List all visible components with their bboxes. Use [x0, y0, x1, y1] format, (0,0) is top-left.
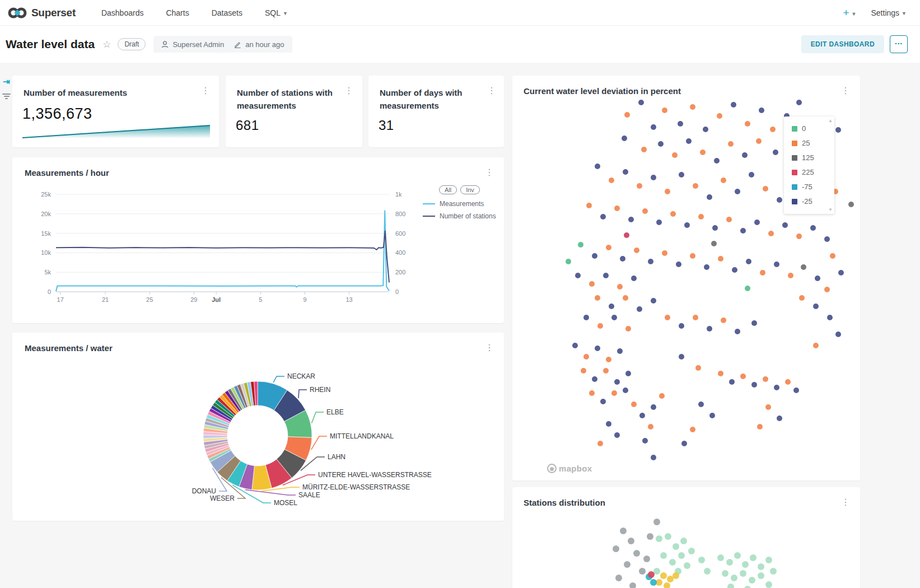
map-point	[581, 368, 586, 374]
legend-entry[interactable]: Measurements	[423, 200, 496, 208]
map-point	[770, 127, 776, 132]
map-legend-item[interactable]: 0	[792, 124, 831, 133]
map-point	[796, 100, 802, 105]
expand-filter-bar-icon[interactable]: ⇥	[3, 77, 10, 87]
nav-item-charts[interactable]: Charts	[155, 8, 200, 17]
map-point	[760, 270, 765, 276]
map-point	[648, 424, 653, 430]
map-point	[575, 273, 581, 278]
map-point	[566, 259, 571, 264]
top-navbar: Superset Dashboards Charts Datasets SQL▼…	[0, 0, 920, 26]
map-point	[595, 346, 600, 351]
settings-menu[interactable]: Settings▼	[871, 8, 907, 17]
svg-text:29: 29	[190, 296, 197, 303]
map-point	[623, 169, 628, 175]
map-legend-item[interactable]: -75	[792, 183, 831, 191]
kpi-value: 31	[368, 112, 504, 133]
map-point	[711, 241, 717, 246]
map-point	[583, 315, 589, 320]
map-point	[595, 295, 600, 301]
superset-logo[interactable]: Superset	[0, 7, 90, 19]
map-point	[665, 533, 671, 540]
map-legend-item[interactable]: 125	[792, 153, 831, 162]
kpi-card-measurements: Number of measurements ⋮ 1,356,673	[12, 76, 219, 147]
map-point	[620, 256, 625, 262]
map-point	[669, 559, 676, 566]
map-point	[830, 253, 835, 259]
map-point	[651, 455, 656, 460]
draft-status-badge: Draft	[118, 38, 146, 50]
pencil-icon	[234, 41, 241, 48]
map-point	[667, 576, 674, 582]
nav-item-datasets[interactable]: Datasets	[200, 8, 254, 17]
map-point	[673, 572, 679, 579]
nav-item-sql[interactable]: SQL▼	[254, 8, 299, 17]
map-point	[838, 270, 844, 276]
svg-text:10k: 10k	[41, 249, 51, 256]
edit-dashboard-button[interactable]: EDIT DASHBOARD	[801, 35, 884, 53]
nav-item-dashboards[interactable]: Dashboards	[90, 8, 155, 17]
legend-color-swatch	[792, 155, 797, 161]
map-point	[751, 382, 757, 388]
map-point	[614, 432, 620, 438]
map-point	[698, 402, 704, 407]
map-point	[572, 343, 578, 348]
svg-text:600: 600	[395, 230, 405, 237]
map-point	[813, 343, 819, 348]
svg-text:200: 200	[395, 269, 405, 276]
map-point	[624, 232, 629, 238]
kebab-menu-icon[interactable]: ⋮	[344, 87, 353, 95]
map-point	[653, 519, 660, 525]
map-point	[673, 543, 679, 550]
map-point	[750, 554, 756, 561]
map-point	[703, 127, 708, 132]
svg-text:9: 9	[303, 296, 306, 303]
map-point	[597, 323, 603, 329]
map-point	[670, 211, 676, 217]
svg-text:20k: 20k	[41, 211, 51, 217]
map-point	[827, 315, 833, 320]
map-legend-item[interactable]: 225	[792, 168, 831, 176]
map-point	[726, 217, 732, 222]
legend-pill-inv[interactable]: Inv	[460, 185, 480, 194]
map-point	[660, 572, 667, 579]
map-point	[611, 390, 617, 396]
map-point	[651, 404, 656, 410]
legend-scroll-down-icon[interactable]: ▼	[828, 207, 833, 212]
map-legend-item[interactable]: -25	[792, 197, 831, 206]
donut-label: MÜRITZ-ELDE-WASSERSTRASSE	[302, 483, 410, 491]
map-point	[824, 236, 830, 242]
more-options-button[interactable]: ···	[890, 35, 908, 53]
legend-color-swatch	[792, 126, 797, 132]
legend-entry[interactable]: Number of stations	[423, 212, 496, 220]
map-point	[659, 393, 665, 399]
map-point	[680, 538, 687, 544]
donut-chart: NECKARRHEINELBEMITTELLANDKANALLAHNUNTERE…	[12, 333, 504, 521]
legend-scroll-up-icon[interactable]: ▲	[828, 118, 833, 123]
map-point	[651, 175, 656, 180]
map-legend-item[interactable]: 25	[792, 139, 831, 147]
map-point	[740, 374, 746, 379]
favorite-star-icon[interactable]: ☆	[102, 39, 111, 50]
hour-chart-panel: Measurements / hour ⋮ 25k1k20k80015k6001…	[12, 157, 504, 323]
legend-color-swatch	[792, 184, 797, 190]
donut-label: LAHN	[328, 453, 345, 461]
map-point	[768, 231, 774, 236]
mapbox-icon: ◉	[547, 464, 557, 473]
chart-legend: AllInv MeasurementsNumber of stations	[423, 185, 496, 225]
mapbox-attribution: ◉ mapbox	[547, 464, 592, 473]
scatter-map[interactable]	[512, 487, 860, 588]
map-point	[641, 147, 647, 152]
dashboard-meta: Superset Admin an hour ago	[153, 36, 292, 53]
kebab-menu-icon[interactable]: ⋮	[201, 87, 210, 95]
map-point	[662, 108, 667, 113]
map-point	[835, 127, 841, 133]
new-item-button[interactable]: +▼	[843, 7, 856, 19]
map-point	[765, 557, 772, 563]
map-point	[651, 298, 656, 304]
filter-icon[interactable]	[2, 92, 11, 100]
map-point	[623, 388, 628, 393]
legend-pill-all[interactable]: All	[439, 185, 457, 194]
kebab-menu-icon[interactable]: ⋮	[487, 87, 496, 95]
map-point	[664, 582, 670, 588]
